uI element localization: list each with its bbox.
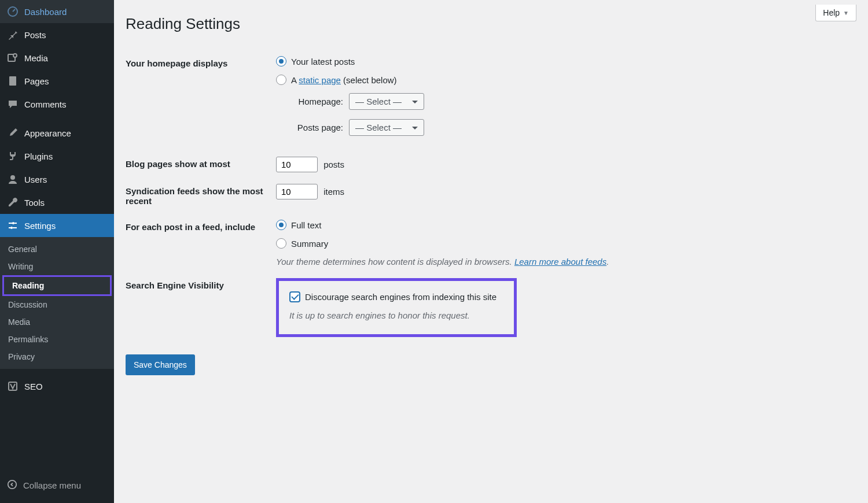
search-visibility-highlight: Discourage search engines from indexing … [276, 278, 517, 337]
sidebar-item-label: Settings [24, 221, 56, 231]
collapse-icon [7, 479, 17, 491]
sidebar-item-appearance[interactable]: Appearance [0, 121, 114, 145]
sidebar-item-media[interactable]: Media [0, 46, 114, 69]
sidebar-item-label: Comments [24, 99, 67, 109]
sidebar-item-label: Pages [24, 76, 49, 86]
radio-summary[interactable] [276, 238, 286, 249]
sidebar-item-settings[interactable]: Settings [0, 214, 114, 237]
collapse-label: Collapse menu [23, 480, 81, 490]
submenu-item-reading[interactable]: Reading [4, 277, 110, 294]
svg-point-6 [10, 227, 13, 229]
settings-submenu: General Writing Reading Discussion Media… [0, 237, 114, 369]
submenu-item-writing[interactable]: Writing [0, 258, 114, 275]
sidebar-item-label: Tools [24, 198, 45, 208]
radio-static-page-label: A static page (select below) [291, 75, 397, 85]
sidebar-item-posts[interactable]: Posts [0, 23, 114, 46]
sliders-icon [7, 220, 19, 231]
sidebar-item-pages[interactable]: Pages [0, 69, 114, 93]
collapse-menu-button[interactable]: Collapse menu [0, 474, 88, 497]
discourage-checkbox-label: Discourage search engines from indexing … [305, 292, 496, 302]
sidebar-item-label: Dashboard [24, 7, 67, 17]
main-content: Help ▼ Reading Settings Your homepage di… [114, 0, 868, 503]
sidebar-item-dashboard[interactable]: Dashboard [0, 0, 114, 23]
help-tab[interactable]: Help ▼ [815, 5, 856, 21]
static-page-link[interactable]: static page [299, 75, 341, 85]
chevron-down-icon: ▼ [843, 10, 849, 16]
sidebar-item-seo[interactable]: SEO [0, 375, 114, 398]
submenu-item-general[interactable]: General [0, 241, 114, 258]
submenu-item-permalinks[interactable]: Permalinks [0, 331, 114, 348]
plug-icon [7, 150, 19, 162]
homepage-select[interactable]: — Select — [349, 93, 424, 110]
sidebar-item-label: SEO [24, 382, 43, 391]
sidebar-item-label: Media [24, 53, 48, 63]
radio-full-text-label: Full text [291, 220, 322, 230]
sidebar-item-tools[interactable]: Tools [0, 191, 114, 214]
dashboard-icon [7, 6, 19, 17]
user-icon [7, 173, 19, 185]
svg-rect-3 [9, 76, 16, 86]
homepage-displays-label: Your homepage displays [126, 50, 276, 151]
sidebar-item-label: Plugins [24, 151, 53, 161]
submenu-item-media[interactable]: Media [0, 313, 114, 331]
submenu-item-discussion[interactable]: Discussion [0, 296, 114, 313]
discourage-checkbox[interactable] [289, 291, 300, 302]
syndication-label: Syndication feeds show the most recent [126, 178, 276, 214]
feed-description: Your theme determines how content is dis… [276, 257, 856, 267]
page-icon [7, 75, 19, 87]
wrench-icon [7, 197, 19, 208]
sidebar-item-label: Appearance [24, 128, 71, 138]
syndication-input[interactable] [276, 184, 318, 199]
sidebar-item-label: Posts [24, 30, 46, 40]
svg-point-5 [12, 222, 14, 224]
search-visibility-label: Search Engine Visibility [126, 272, 276, 343]
radio-summary-label: Summary [291, 239, 328, 249]
admin-sidebar: Dashboard Posts Media Pages Comments App… [0, 0, 114, 503]
sidebar-item-label: Users [24, 175, 47, 184]
radio-full-text[interactable] [276, 220, 286, 230]
radio-static-page[interactable] [276, 75, 286, 85]
svg-point-8 [8, 480, 16, 489]
homepage-select-label: Homepage: [286, 97, 343, 106]
save-changes-button[interactable]: Save Changes [126, 354, 195, 375]
help-label: Help [823, 8, 840, 17]
blog-pages-input[interactable] [276, 157, 318, 172]
svg-point-2 [13, 54, 17, 57]
blog-pages-label: Blog pages show at most [126, 151, 276, 178]
radio-latest-posts-label: Your latest posts [291, 57, 355, 66]
svg-point-4 [10, 175, 15, 180]
blog-pages-unit: posts [323, 160, 344, 169]
learn-more-feeds-link[interactable]: Learn more about feeds [514, 257, 606, 267]
radio-latest-posts[interactable] [276, 56, 286, 66]
sidebar-item-users[interactable]: Users [0, 168, 114, 191]
seo-icon [7, 380, 19, 392]
posts-page-select[interactable]: — Select — [349, 119, 424, 136]
sidebar-item-comments[interactable]: Comments [0, 93, 114, 116]
syndication-unit: items [323, 187, 344, 197]
page-title: Reading Settings [126, 15, 856, 33]
submenu-item-privacy[interactable]: Privacy [0, 348, 114, 365]
posts-page-select-label: Posts page: [286, 123, 343, 132]
sidebar-item-plugins[interactable]: Plugins [0, 145, 114, 168]
media-icon [7, 52, 19, 64]
feed-include-label: For each post in a feed, include [126, 214, 276, 272]
pin-icon [7, 29, 19, 40]
comment-icon [7, 98, 19, 110]
brush-icon [7, 127, 19, 139]
search-visibility-description: It is up to search engines to honor this… [289, 310, 496, 320]
